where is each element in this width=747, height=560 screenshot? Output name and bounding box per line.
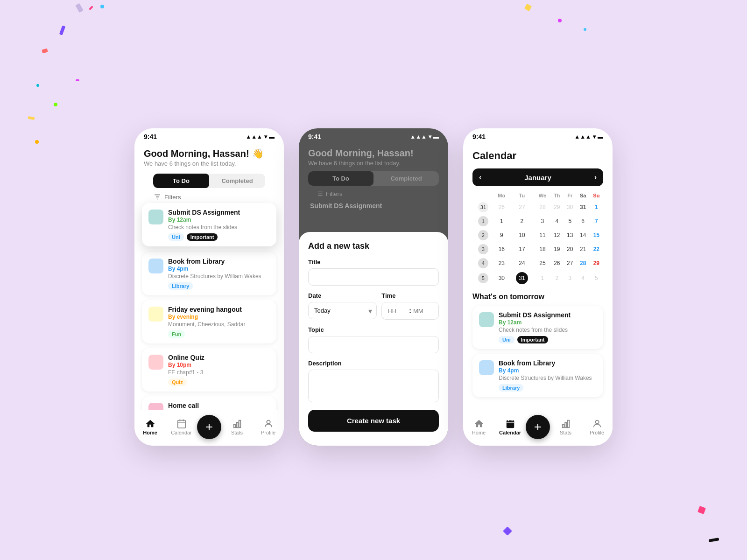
svg-point-18 [595, 420, 599, 424]
cal-day[interactable]: 1 [590, 200, 603, 214]
nav-home-label-1: Home [143, 430, 157, 435]
cal-day[interactable]: 5 [590, 270, 603, 286]
cal-day[interactable]: 26 [550, 256, 564, 270]
topic-input[interactable] [308, 336, 439, 353]
cal-day[interactable]: 23 [494, 256, 509, 270]
title-input[interactable] [308, 268, 439, 286]
cal-day[interactable]: 31 [577, 200, 590, 214]
greeting-title: Good Morning, Hassan! 👋 [144, 148, 275, 159]
cal-day[interactable]: 29 [590, 256, 603, 270]
cal-day[interactable]: 7 [590, 214, 603, 228]
nav-home-3[interactable]: Home [463, 419, 494, 435]
fab-button-3[interactable]: + [526, 415, 550, 439]
date-select[interactable]: Today Tomorrow This Week [308, 302, 377, 319]
cal-day[interactable]: 20 [564, 242, 577, 256]
cal-day[interactable]: 29 [550, 200, 564, 214]
task-card-4[interactable]: Online Quiz By 10pm FE chap#1 - 3 Quiz [142, 348, 276, 392]
cal-weeknum-2: 2 [472, 228, 494, 242]
nav-stats-1[interactable]: Stats [221, 419, 253, 435]
cal-day[interactable]: 30 [494, 270, 509, 286]
cal-day[interactable]: 4 [550, 214, 564, 228]
cal-day[interactable]: 9 [494, 228, 509, 242]
cal-day[interactable]: 28 [577, 256, 590, 270]
svg-rect-17 [567, 420, 569, 428]
cal-day[interactable]: 2 [509, 214, 535, 228]
cal-day[interactable]: 22 [590, 242, 603, 256]
cal-day[interactable]: 12 [550, 228, 564, 242]
cal-day[interactable]: 14 [577, 228, 590, 242]
cal-day[interactable]: 6 [577, 214, 590, 228]
time-hours[interactable] [388, 308, 407, 315]
task-time-4: By 10pm [168, 362, 270, 368]
cal-day[interactable]: 17 [509, 242, 535, 256]
bottom-nav-3: Home Calendar + Stats Profile [463, 410, 613, 446]
cal-day[interactable]: 1 [494, 214, 509, 228]
cal-tag-library: Library [499, 384, 523, 392]
task-card-5[interactable]: Home call By 8pm Call [142, 396, 276, 410]
bg-greeting: Good Morning, Hassan! [308, 148, 439, 159]
cal-day[interactable]: 25 [535, 256, 550, 270]
cal-week-4: 4 23 24 25 26 27 28 29 [472, 256, 603, 270]
cal-day[interactable]: 24 [509, 256, 535, 270]
nav-profile-3[interactable]: Profile [581, 419, 613, 435]
modal-title: Add a new task [308, 241, 439, 251]
cal-task-card-1[interactable]: Submit DS Assignment By 12am Check notes… [472, 306, 603, 349]
time-input-wrapper[interactable]: : [381, 302, 439, 320]
task-time-2: By 4pm [168, 266, 270, 272]
filters-row[interactable]: Filters [144, 188, 275, 204]
cal-day[interactable]: 18 [535, 242, 550, 256]
task-title-4: Online Quiz [168, 354, 270, 361]
cal-mon: Mo [494, 191, 509, 200]
nav-calendar-1[interactable]: Calendar [166, 419, 197, 435]
nav-calendar-3[interactable]: Calendar [494, 419, 526, 435]
fab-button-1[interactable]: + [197, 415, 221, 439]
cal-day[interactable]: 11 [535, 228, 550, 242]
cal-tag-uni: Uni [499, 336, 514, 343]
task-card-1[interactable]: Submit DS Assignment By 12am Check notes… [142, 203, 276, 246]
nav-stats-3[interactable]: Stats [550, 419, 581, 435]
prev-month-btn[interactable]: ‹ [479, 173, 481, 182]
cal-weeknum-4: 4 [472, 256, 494, 270]
tab-todo[interactable]: To Do [153, 174, 209, 188]
calendar-title: Calendar [472, 150, 603, 162]
battery-icon: ▬ [269, 133, 275, 140]
cal-day[interactable]: 16 [494, 242, 509, 256]
tab-completed[interactable]: Completed [209, 174, 265, 188]
calendar-icon-3 [505, 419, 515, 429]
cal-today-31[interactable]: 31 [509, 270, 535, 286]
cal-day[interactable]: 4 [577, 270, 590, 286]
nav-home-1[interactable]: Home [134, 419, 166, 435]
cal-task-card-2[interactable]: Book from Library By 4pm Discrete Struct… [472, 354, 603, 397]
cal-day[interactable]: 13 [564, 228, 577, 242]
cal-day[interactable]: 2 [550, 270, 564, 286]
cal-day[interactable]: 15 [590, 228, 603, 242]
greeting-sub: We have 6 things on the list today. [144, 160, 275, 167]
task-title-5: Home call [168, 402, 270, 409]
cal-day[interactable]: 19 [550, 242, 564, 256]
cal-day[interactable]: 21 [577, 242, 590, 256]
task-card-3[interactable]: Friday evening hangout By evening Monume… [142, 300, 276, 343]
cal-day[interactable]: 1 [535, 270, 550, 286]
cal-day[interactable]: 3 [535, 214, 550, 228]
cal-day[interactable]: 28 [535, 200, 550, 214]
next-month-btn[interactable]: › [594, 173, 597, 182]
filter-icon [153, 193, 162, 201]
task-list: Submit DS Assignment By 12am Check notes… [134, 204, 284, 410]
cal-day[interactable]: 27 [564, 256, 577, 270]
cal-day[interactable]: 3 [564, 270, 577, 286]
create-task-button[interactable]: Create new task [308, 410, 439, 432]
time-minutes[interactable] [413, 308, 433, 315]
cal-day[interactable]: 26 [494, 200, 509, 214]
cal-week-2: 2 9 10 11 12 13 14 15 [472, 228, 603, 242]
cal-day[interactable]: 10 [509, 228, 535, 242]
cal-day[interactable]: 30 [564, 200, 577, 214]
cal-task-title-2: Book from Library [499, 359, 597, 367]
task-desc-1: Check notes from the slides [168, 224, 270, 231]
task-card-2[interactable]: Book from Library By 4pm Discrete Struct… [142, 252, 276, 295]
cal-day[interactable]: 27 [509, 200, 535, 214]
status-icons-1: ▲▲▲ ▾ ▬ [246, 133, 275, 140]
cal-week-5: 5 30 31 1 2 3 4 5 [472, 270, 603, 286]
cal-day[interactable]: 5 [564, 214, 577, 228]
desc-textarea[interactable] [308, 370, 439, 402]
nav-profile-1[interactable]: Profile [253, 419, 284, 435]
